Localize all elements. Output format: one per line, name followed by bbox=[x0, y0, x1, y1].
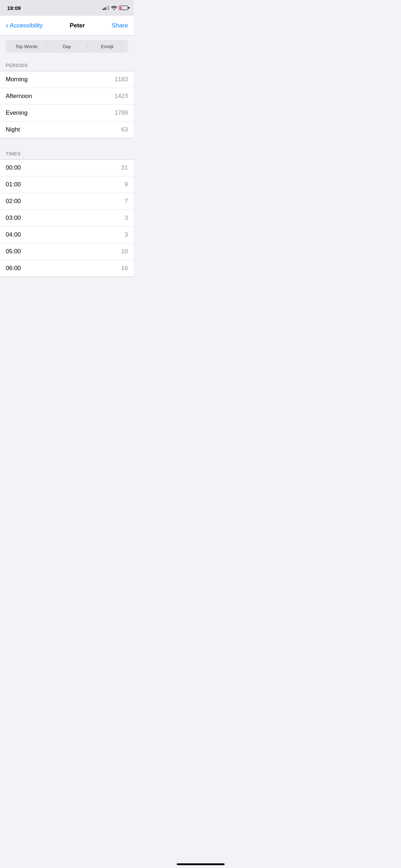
segment-control: Top Words Time Day Emojii bbox=[6, 40, 128, 53]
share-button[interactable]: Share bbox=[112, 22, 128, 29]
table-row: 06:00 16 bbox=[0, 260, 134, 277]
times-section: TIMES 00:00 31 01:00 9 02:00 7 03:00 3 0… bbox=[0, 145, 134, 277]
table-row: Evening 1799 bbox=[0, 105, 134, 122]
row-value: 9 bbox=[125, 181, 128, 188]
periods-list: Morning 1183 Afternoon 1423 Evening 1799… bbox=[0, 71, 134, 138]
status-bar: 19:09 bbox=[0, 0, 134, 16]
segment-container: Top Words Time Day Emojii bbox=[0, 36, 134, 57]
row-label: Evening bbox=[6, 109, 27, 117]
table-row: 01:00 9 bbox=[0, 176, 134, 193]
battery-icon bbox=[119, 6, 128, 10]
spacer bbox=[0, 138, 134, 145]
row-label: 00:00 bbox=[6, 164, 21, 171]
segment-day[interactable]: Day bbox=[47, 41, 87, 52]
segment-emojii[interactable]: Emojii bbox=[87, 41, 127, 52]
signal-icon bbox=[103, 6, 109, 10]
row-value: 3 bbox=[125, 231, 128, 238]
row-label: 02:00 bbox=[6, 198, 21, 205]
row-value: 1423 bbox=[114, 93, 128, 100]
table-row: 03:00 3 bbox=[0, 210, 134, 227]
row-value: 1799 bbox=[114, 109, 128, 117]
row-value: 7 bbox=[125, 198, 128, 205]
table-row: Afternoon 1423 bbox=[0, 88, 134, 105]
table-row: Night 63 bbox=[0, 122, 134, 138]
times-list: 00:00 31 01:00 9 02:00 7 03:00 3 04:00 3… bbox=[0, 159, 134, 277]
row-label: Night bbox=[6, 126, 20, 133]
status-time: 19:09 bbox=[7, 5, 21, 11]
table-row: 04:00 3 bbox=[0, 227, 134, 243]
chevron-left-icon: ‹ bbox=[6, 22, 8, 30]
row-value: 10 bbox=[121, 248, 128, 255]
row-label: 01:00 bbox=[6, 181, 21, 188]
status-icons bbox=[103, 6, 128, 10]
nav-bar: ‹ Accessibility Peter Share bbox=[0, 16, 134, 36]
bottom-spacer bbox=[0, 277, 134, 298]
back-label: Accessibility bbox=[10, 22, 43, 29]
back-button[interactable]: ‹ Accessibility bbox=[6, 22, 43, 30]
row-value: 1183 bbox=[114, 76, 128, 83]
table-row: 05:00 10 bbox=[0, 243, 134, 260]
table-row: 00:00 31 bbox=[0, 160, 134, 176]
row-value: 3 bbox=[125, 215, 128, 222]
table-row: Morning 1183 bbox=[0, 71, 134, 88]
row-label: 06:00 bbox=[6, 265, 21, 272]
row-label: 05:00 bbox=[6, 248, 21, 255]
table-row: 02:00 7 bbox=[0, 193, 134, 210]
row-value: 63 bbox=[121, 126, 128, 133]
row-label: Morning bbox=[6, 76, 27, 83]
nav-title: Peter bbox=[70, 22, 85, 29]
row-label: Afternoon bbox=[6, 93, 32, 100]
row-label: 04:00 bbox=[6, 231, 21, 238]
periods-header: PERIODS bbox=[0, 57, 134, 71]
segment-top-words[interactable]: Top Words bbox=[6, 41, 46, 52]
periods-section: PERIODS Morning 1183 Afternoon 1423 Even… bbox=[0, 57, 134, 138]
times-header: TIMES bbox=[0, 145, 134, 159]
row-label: 03:00 bbox=[6, 215, 21, 222]
wifi-icon bbox=[111, 6, 117, 10]
row-value: 16 bbox=[121, 265, 128, 272]
row-value: 31 bbox=[121, 164, 128, 171]
